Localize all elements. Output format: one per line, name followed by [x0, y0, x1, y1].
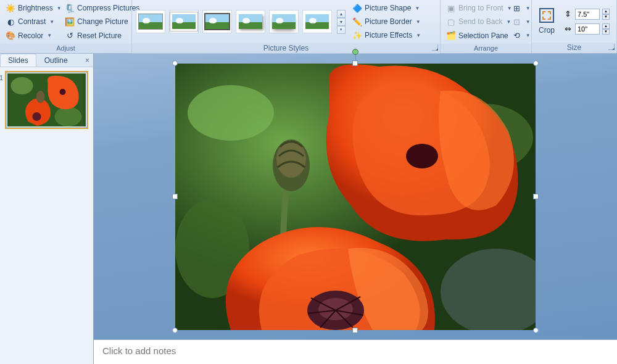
- dropdown-icon: ▼: [526, 6, 531, 11]
- back-label: Send to Back: [458, 17, 502, 26]
- dialog-launcher[interactable]: [432, 44, 438, 51]
- style-thumb[interactable]: [302, 10, 332, 33]
- width-spinner: ⇔ ▲▼: [563, 23, 610, 35]
- picture-shape-button[interactable]: 🔷Picture Shape▼: [349, 1, 424, 15]
- selection-pane-button[interactable]: 🗂️Selection Pane: [443, 29, 515, 43]
- spin-up[interactable]: ▲: [602, 9, 610, 14]
- dropdown-icon: ▼: [526, 33, 531, 38]
- recolor-icon: 🎨: [6, 31, 15, 41]
- recolor-button[interactable]: 🎨Recolor▼: [2, 29, 62, 43]
- width-input[interactable]: [575, 23, 600, 35]
- style-gallery: ▲ ▼ ▾: [135, 8, 347, 36]
- resize-handle-b[interactable]: [352, 328, 358, 333]
- reset-picture-button[interactable]: ↺Reset Picture: [62, 29, 143, 43]
- effects-label: Picture Effects: [365, 31, 412, 39]
- brightness-button[interactable]: ☀️Brightness▼: [2, 1, 62, 15]
- picture-border-button[interactable]: ✏️Picture Border▼: [349, 15, 424, 28]
- group-icon: ⊡: [512, 17, 522, 27]
- style-thumb[interactable]: [136, 10, 165, 33]
- change-picture-icon: 🖼️: [65, 17, 75, 27]
- resize-handle-r[interactable]: [533, 194, 539, 199]
- resize-handle-tr[interactable]: [533, 60, 539, 66]
- shape-label: Picture Shape: [365, 4, 411, 12]
- border-label: Picture Border: [365, 17, 412, 26]
- close-pane-button[interactable]: ×: [85, 56, 89, 67]
- recolor-label: Recolor: [18, 31, 43, 40]
- editor-area: Click to add notes: [94, 54, 617, 364]
- gallery-down-button[interactable]: ▼: [337, 18, 346, 26]
- style-thumb[interactable]: [202, 10, 232, 33]
- compress-icon: 🗜️: [65, 3, 75, 13]
- change-picture-button[interactable]: 🖼️Change Picture: [62, 15, 143, 28]
- style-thumb[interactable]: [236, 10, 265, 33]
- brightness-label: Brightness: [18, 4, 53, 12]
- group-adjust: ☀️Brightness▼ ◐Contrast▼ 🎨Recolor▼ 🗜️Com…: [0, 0, 132, 53]
- contrast-label: Contrast: [18, 17, 46, 26]
- compress-label: Compress Pictures: [77, 4, 139, 12]
- ribbon: ☀️Brightness▼ ◐Contrast▼ 🎨Recolor▼ 🗜️Com…: [0, 0, 617, 54]
- shape-icon: 🔷: [352, 3, 362, 13]
- height-icon: ⇕: [563, 9, 573, 19]
- group-label-arrange: Arrange: [441, 44, 531, 53]
- front-icon: ▣: [446, 3, 456, 13]
- gallery-more-button[interactable]: ▾: [337, 26, 346, 34]
- send-to-back-button[interactable]: ▢Send to Back▼: [443, 15, 515, 28]
- resize-handle-bl[interactable]: [172, 328, 178, 333]
- tab-outline[interactable]: Outline: [36, 54, 76, 67]
- group-size: Crop ⇕ ▲▼ ⇔ ▲▼ Size: [532, 0, 617, 53]
- dropdown-icon: ▼: [47, 33, 52, 38]
- svg-point-3: [33, 112, 41, 121]
- resize-handle-t[interactable]: [352, 60, 358, 66]
- border-icon: ✏️: [352, 17, 362, 27]
- crop-icon: [539, 8, 554, 23]
- spin-up[interactable]: ▲: [602, 23, 610, 29]
- align-button[interactable]: ⊞▼: [510, 1, 532, 15]
- dropdown-icon: ▼: [415, 6, 420, 11]
- dialog-launcher[interactable]: [608, 44, 615, 50]
- align-icon: ⊞: [512, 3, 522, 13]
- reset-icon: ↺: [65, 31, 75, 41]
- rotate-icon: ⟲: [512, 31, 522, 41]
- selection-icon: 🗂️: [446, 31, 456, 41]
- reset-label: Reset Picture: [77, 31, 122, 40]
- resize-handle-tl[interactable]: [172, 60, 178, 66]
- thumbnail-image: [7, 73, 86, 126]
- crop-button[interactable]: Crop: [536, 24, 558, 36]
- style-thumb[interactable]: [269, 10, 299, 33]
- style-thumb[interactable]: [169, 10, 199, 33]
- brightness-icon: ☀️: [6, 3, 15, 13]
- bring-to-front-button[interactable]: ▣Bring to Front▼: [443, 1, 515, 15]
- slide-canvas[interactable]: [94, 54, 617, 339]
- change-label: Change Picture: [77, 17, 128, 26]
- slide-number: 1: [0, 74, 3, 81]
- group-objects-button[interactable]: ⊡▼: [510, 15, 532, 28]
- picture-effects-button[interactable]: ✨Picture Effects▼: [349, 28, 424, 42]
- spin-down[interactable]: ▼: [602, 29, 610, 35]
- group-arrange: ▣Bring to Front▼ ▢Send to Back▼ 🗂️Select…: [441, 0, 532, 53]
- group-label-styles: Picture Styles: [132, 43, 440, 54]
- resize-handle-l[interactable]: [172, 194, 178, 199]
- gallery-up-button[interactable]: ▲: [337, 10, 346, 18]
- contrast-button[interactable]: ◐Contrast▼: [2, 15, 62, 28]
- picture-content: [175, 64, 536, 330]
- rotate-button[interactable]: ⟲▼: [510, 29, 532, 43]
- height-spinner: ⇕ ▲▼: [563, 9, 610, 20]
- slides-pane: Slides Outline × 1: [0, 54, 94, 364]
- dropdown-icon: ▼: [57, 6, 62, 11]
- rotate-handle[interactable]: [352, 49, 358, 55]
- thumbnail-list: 1: [0, 67, 93, 364]
- poppy-thumb-svg: [7, 73, 86, 126]
- tab-slides[interactable]: Slides: [0, 54, 36, 67]
- gallery-scroll: ▲ ▼ ▾: [337, 10, 346, 34]
- slide-thumbnail[interactable]: 1: [6, 72, 87, 128]
- notes-pane[interactable]: Click to add notes: [94, 339, 617, 364]
- spin-down[interactable]: ▼: [602, 14, 610, 20]
- pane-tabs: Slides Outline ×: [0, 54, 93, 67]
- width-icon: ⇔: [563, 24, 573, 34]
- height-input[interactable]: [575, 9, 600, 20]
- compress-pictures-button[interactable]: 🗜️Compress Pictures: [62, 1, 143, 15]
- resize-handle-br[interactable]: [533, 328, 539, 333]
- dropdown-icon: ▼: [49, 19, 54, 25]
- selected-picture[interactable]: [175, 64, 536, 330]
- dropdown-icon: ▼: [416, 19, 421, 25]
